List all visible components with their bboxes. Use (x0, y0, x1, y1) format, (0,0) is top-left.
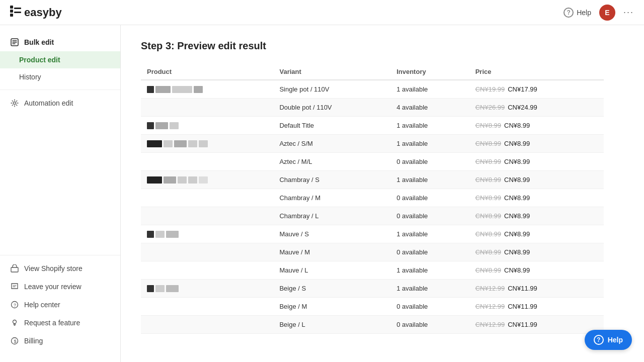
sidebar-item-help-center[interactable]: ? Help center (0, 296, 120, 314)
table-row: Mauve / M0 availableCN¥8.99CN¥8.99 (141, 243, 604, 261)
leave-review-label: Leave your review (24, 283, 82, 291)
table-row: Chambray / S1 availableCN¥8.99CN¥8.99 (141, 171, 604, 189)
table-row: Chambray / M0 availableCN¥8.99CN¥8.99 (141, 189, 604, 207)
price-old: CN¥8.99 (475, 140, 501, 147)
price-old: CN¥12.99 (475, 285, 505, 292)
price-cell: CN¥8.99CN¥8.99 (469, 225, 604, 243)
svg-point-6 (14, 102, 16, 105)
inventory-cell: 1 available (390, 225, 469, 243)
product-table-wrap: Product Variant Inventory Price Single p… (141, 64, 604, 334)
inventory-cell: 1 available (390, 80, 469, 99)
table-row: Aztec / M/L0 availableCN¥8.99CN¥8.99 (141, 153, 604, 171)
inventory-cell: 0 available (390, 207, 469, 225)
sidebar-divider-1 (0, 89, 120, 90)
inventory-cell: 1 available (390, 280, 469, 298)
help-fab[interactable]: ? Help (585, 330, 632, 350)
table-row: Beige / L0 availableCN¥12.99CN¥11.99 (141, 316, 604, 334)
price-new: CN¥11.99 (508, 285, 537, 292)
sidebar-item-billing[interactable]: $ Billing (0, 332, 120, 350)
table-row: Single pot / 110V1 availableCN¥19.99CN¥1… (141, 80, 604, 99)
product-cell (141, 117, 273, 135)
avatar[interactable]: E (599, 5, 615, 21)
help-center-label: Help center (24, 301, 60, 309)
svg-rect-0 (10, 6, 13, 9)
price-cell: CN¥8.99CN¥8.99 (469, 261, 604, 280)
edit-icon (10, 38, 19, 47)
help-fab-icon: ? (594, 335, 604, 345)
svg-rect-3 (14, 8, 21, 9)
price-cell: CN¥8.99CN¥8.99 (469, 171, 604, 189)
price-old: CN¥8.99 (475, 122, 501, 129)
sidebar-item-automation-edit[interactable]: Automation edit (0, 94, 120, 112)
inventory-cell: 1 available (390, 135, 469, 153)
variant-cell: Single pot / 110V (273, 80, 390, 99)
inventory-cell: 0 available (390, 189, 469, 207)
lightbulb-icon (10, 318, 19, 327)
help-fab-label: Help (608, 336, 623, 344)
main-content: Step 3: Preview edit result Product Vari… (121, 25, 644, 362)
help-center-icon: ? (10, 300, 19, 309)
price-cell: CN¥8.99CN¥8.99 (469, 207, 604, 225)
more-options-button[interactable]: ··· (623, 7, 634, 18)
svg-text:$: $ (14, 339, 17, 344)
step-title: Step 3: Preview edit result (141, 40, 604, 52)
price-old: CN¥12.99 (475, 321, 505, 328)
inventory-cell: 1 available (390, 117, 469, 135)
svg-rect-1 (10, 10, 13, 13)
price-new: CN¥8.99 (504, 212, 530, 220)
sidebar-item-view-shopify[interactable]: View Shopify store (0, 259, 120, 278)
sidebar-item-request-feature[interactable]: Request a feature (0, 314, 120, 332)
help-label: Help (577, 9, 591, 17)
price-old: CN¥19.99 (475, 85, 505, 93)
product-cell (141, 280, 273, 298)
inventory-cell: 0 available (390, 153, 469, 171)
sidebar: Bulk edit Product edit History Automatio… (0, 25, 121, 362)
table-row: Mauve / L1 availableCN¥8.99CN¥8.99 (141, 261, 604, 280)
sidebar-item-bulk-edit[interactable]: Bulk edit (0, 33, 120, 51)
price-new: CN¥8.99 (504, 230, 530, 238)
variant-cell: Aztec / M/L (273, 153, 390, 171)
variant-cell: Chambray / M (273, 189, 390, 207)
price-cell: CN¥19.99CN¥17.99 (469, 80, 604, 99)
price-new: CN¥17.99 (508, 85, 537, 93)
sidebar-item-history[interactable]: History (0, 68, 120, 85)
header-right: ? Help E ··· (564, 5, 634, 21)
price-new: CN¥8.99 (504, 122, 530, 129)
price-old: CN¥8.99 (475, 248, 501, 256)
billing-label: Billing (24, 337, 43, 345)
svg-text:?: ? (14, 303, 16, 308)
price-old: CN¥8.99 (475, 212, 501, 220)
sidebar-item-product-edit[interactable]: Product edit (0, 51, 120, 68)
product-cell (141, 80, 273, 99)
logo[interactable]: easyby (10, 6, 62, 19)
header: easyby ? Help E ··· (0, 0, 644, 25)
view-shopify-label: View Shopify store (24, 264, 83, 273)
automation-edit-label: Automation edit (24, 99, 73, 107)
price-cell: CN¥12.99CN¥11.99 (469, 298, 604, 316)
price-old: CN¥8.99 (475, 194, 501, 202)
price-new: CN¥11.99 (508, 303, 537, 310)
svg-rect-7 (11, 267, 18, 272)
sidebar-item-leave-review[interactable]: Leave your review (0, 278, 120, 296)
product-cell (141, 207, 273, 225)
help-button[interactable]: ? Help (564, 8, 591, 18)
product-cell (141, 189, 273, 207)
table-row: Mauve / S1 availableCN¥8.99CN¥8.99 (141, 225, 604, 243)
logo-text: easyby (24, 6, 62, 19)
price-cell: CN¥12.99CN¥11.99 (469, 316, 604, 334)
bulk-edit-label: Bulk edit (24, 38, 54, 46)
product-cell (141, 316, 273, 334)
gear-icon (10, 99, 19, 108)
col-product: Product (141, 64, 273, 80)
variant-cell: Beige / L (273, 316, 390, 334)
request-feature-label: Request a feature (24, 319, 80, 327)
price-old: CN¥8.99 (475, 230, 501, 238)
price-new: CN¥8.99 (504, 176, 530, 184)
variant-cell: Double pot / 110V (273, 99, 390, 117)
sidebar-divider-2 (0, 255, 120, 255)
product-cell (141, 261, 273, 280)
price-cell: CN¥12.99CN¥11.99 (469, 280, 604, 298)
store-icon (10, 264, 19, 273)
price-new: CN¥8.99 (504, 194, 530, 202)
price-new: CN¥8.99 (504, 248, 530, 256)
